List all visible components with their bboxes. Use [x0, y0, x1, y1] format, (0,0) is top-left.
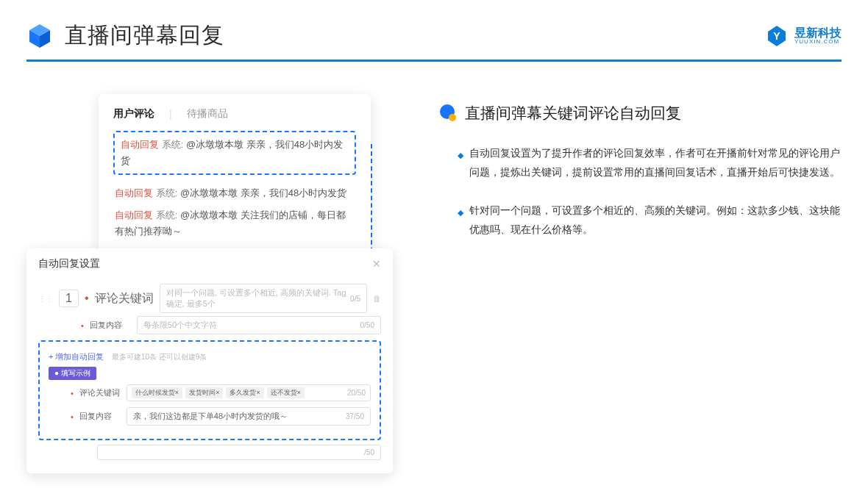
- bullet-text: 自动回复设置为了提升作者的评论回复效率，作者可在开播前针对常见的评论用户问题，提…: [469, 144, 842, 182]
- rule-index: 1: [59, 290, 79, 307]
- svg-text:Y: Y: [773, 30, 780, 42]
- diamond-icon: ◆: [458, 205, 463, 240]
- brand-name-en: YUUXIN.COM: [794, 39, 842, 45]
- auto-reply-tag: 自动回复: [115, 209, 153, 220]
- add-rule-row: + 增加自动回复 最多可建10条 还可以创建9条: [49, 349, 371, 362]
- brand-text: 昱新科技 YUUXIN.COM: [794, 27, 842, 45]
- brand-name-cn: 昱新科技: [794, 27, 842, 39]
- system-tag: 系统:: [156, 187, 178, 198]
- title-group: 直播间弹幕回复: [26, 21, 224, 51]
- overflow-row: /50: [38, 445, 381, 460]
- delete-icon[interactable]: 🗑: [373, 294, 381, 303]
- comment-row: 自动回复 系统: @冰墩墩本墩 关注我们的店铺，每日都有热门推荐呦～: [113, 204, 356, 243]
- keyword-placeholder: 对同一个问题, 可设置多个相近, 高频的关键词. Tag确定, 最多5个: [166, 287, 351, 309]
- tab-divider: |: [169, 108, 172, 120]
- keyword-count: 0/5: [350, 295, 360, 303]
- keyword-label: 评论关键词: [95, 291, 154, 306]
- slide-header: 直播间弹幕回复 Y 昱新科技 YUUXIN.COM: [0, 0, 868, 60]
- content-area: 用户评论 | 待播商品 自动回复 系统: @冰墩墩本墩 亲亲，我们48小时内发货…: [0, 62, 868, 447]
- auto-reply-tag: 自动回复: [115, 187, 153, 198]
- bullet-item: ◆ 针对同一个问题，可设置多个相近的、高频的关键词。例如：这款多少钱、这块能优惠…: [438, 201, 842, 240]
- add-auto-reply-link[interactable]: + 增加自动回复: [49, 352, 104, 361]
- example-badge: ● 填写示例: [49, 367, 96, 380]
- keyword-input[interactable]: 对同一个问题, 可设置多个相近, 高频的关键词. Tag确定, 最多5个 0/5: [160, 284, 367, 313]
- overflow-input[interactable]: /50: [97, 445, 381, 460]
- content-placeholder: 每条限50个中文字符: [143, 320, 217, 331]
- highlighted-comment: 自动回复 系统: @冰墩墩本墩 亲亲，我们48小时内发货: [113, 131, 356, 175]
- cube-logo-icon: [26, 23, 53, 49]
- add-hint: 最多可建10条 还可以创建9条: [112, 353, 207, 361]
- screenshot-mockups: 用户评论 | 待播商品 自动回复 系统: @冰墩墩本墩 亲亲，我们48小时内发货…: [26, 94, 394, 447]
- required-dot: •: [81, 321, 84, 330]
- keyword-tag[interactable]: 多久发货×: [226, 387, 263, 398]
- keyword-row: ⋮⋮ 1 • 评论关键词 对同一个问题, 可设置多个相近, 高频的关键词. Ta…: [38, 281, 381, 316]
- close-icon[interactable]: ✕: [372, 258, 381, 270]
- explanation-panel: 直播间弹幕关键词评论自动回复 ◆ 自动回复设置为了提升作者的评论回复效率，作者可…: [438, 94, 842, 447]
- example-content-input[interactable]: 亲，我们这边都是下单48小时内发货的哦～ 37/50: [127, 407, 371, 426]
- svg-point-5: [449, 114, 456, 121]
- required-dot: •: [71, 412, 74, 421]
- keyword-tag[interactable]: 发货时间×: [185, 387, 223, 398]
- ex-keyword-count: 20/50: [347, 389, 366, 397]
- system-tag: 系统:: [162, 139, 184, 150]
- tab-user-comments[interactable]: 用户评论: [113, 107, 154, 121]
- ex-content-label: 回复内容: [79, 411, 121, 422]
- brand-logo-group: Y 昱新科技 YUUXIN.COM: [765, 24, 842, 48]
- example-content-row: • 回复内容 亲，我们这边都是下单48小时内发货的哦～ 37/50: [49, 407, 371, 426]
- keyword-tag[interactable]: 什么时候发货×: [132, 387, 182, 398]
- system-tag: 系统:: [156, 209, 178, 220]
- brand-logo-icon: Y: [765, 24, 789, 48]
- keyword-tag[interactable]: 还不发货×: [267, 387, 305, 398]
- content-count: 0/50: [360, 321, 374, 329]
- drag-handle-icon[interactable]: ⋮⋮: [38, 295, 53, 303]
- example-keyword-input[interactable]: 什么时候发货× 发货时间× 多久发货× 还不发货× 20/50: [127, 384, 371, 401]
- auto-reply-tag: 自动回复: [121, 139, 159, 150]
- comment-row: 自动回复 系统: @冰墩墩本墩 亲亲，我们48小时内发货: [121, 137, 349, 169]
- chat-bubble-icon: [438, 104, 458, 123]
- settings-header: 自动回复设置 ✕: [38, 257, 381, 270]
- required-dot: •: [85, 292, 89, 305]
- bullet-item: ◆ 自动回复设置为了提升作者的评论回复效率，作者可在开播前针对常见的评论用户问题…: [438, 144, 842, 182]
- auto-reply-settings-panel: 自动回复设置 ✕ ⋮⋮ 1 • 评论关键词 对同一个问题, 可设置多个相近, 高…: [26, 248, 393, 473]
- bullet-text: 针对同一个问题，可设置多个相近的、高频的关键词。例如：这款多少钱、这块能优惠吗、…: [469, 201, 842, 240]
- diamond-icon: ◆: [458, 148, 463, 182]
- content-label: 回复内容: [90, 320, 131, 331]
- required-dot: •: [71, 389, 74, 398]
- section-heading: 直播间弹幕关键词评论自动回复: [438, 103, 842, 123]
- overflow-count: /50: [364, 448, 374, 456]
- comments-tabs: 用户评论 | 待播商品: [113, 107, 356, 121]
- ex-keyword-label: 评论关键词: [79, 387, 121, 398]
- content-input[interactable]: 每条限50个中文字符 0/50: [137, 316, 381, 334]
- comment-text: @冰墩墩本墩 亲亲，我们48小时内发货: [180, 187, 346, 198]
- example-keyword-row: • 评论关键词 什么时候发货× 发货时间× 多久发货× 还不发货× 20/50: [49, 384, 371, 401]
- comments-panel: 用户评论 | 待播商品 自动回复 系统: @冰墩墩本墩 亲亲，我们48小时内发货…: [99, 94, 371, 253]
- example-highlight-box: + 增加自动回复 最多可建10条 还可以创建9条 ● 填写示例 • 评论关键词 …: [38, 340, 381, 440]
- ex-content-text: 亲，我们这边都是下单48小时内发货的哦～: [133, 411, 288, 422]
- section-title: 直播间弹幕关键词评论自动回复: [465, 103, 681, 123]
- tab-products[interactable]: 待播商品: [187, 107, 228, 121]
- settings-title: 自动回复设置: [38, 257, 100, 270]
- content-row: • 回复内容 每条限50个中文字符 0/50: [38, 316, 381, 334]
- tag-list: 什么时候发货× 发货时间× 多久发货× 还不发货×: [132, 387, 305, 398]
- page-title: 直播间弹幕回复: [65, 21, 224, 51]
- comment-row: 自动回复 系统: @冰墩墩本墩 亲亲，我们48小时内发货: [113, 182, 356, 204]
- ex-content-count: 37/50: [346, 412, 364, 420]
